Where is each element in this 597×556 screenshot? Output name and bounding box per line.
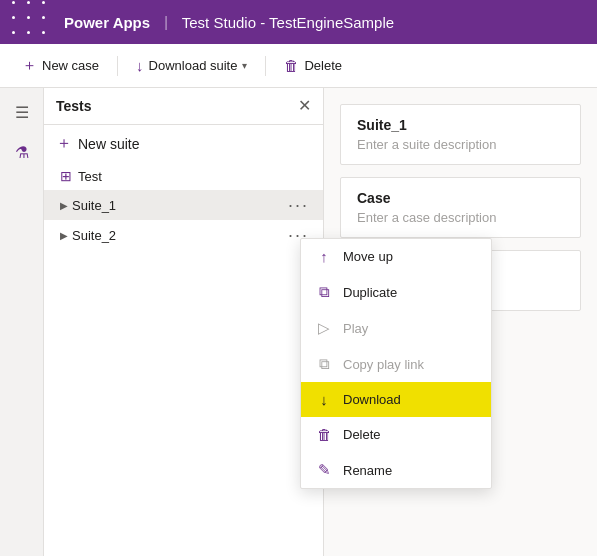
new-suite-button[interactable]: ＋ New suite bbox=[44, 125, 323, 162]
toolbar-separator-2 bbox=[265, 56, 266, 76]
test-icon: ⊞ bbox=[60, 168, 72, 184]
suite-2-item[interactable]: ▶ Suite_2 ··· bbox=[44, 220, 323, 250]
context-menu-copy-play-link-label: Copy play link bbox=[343, 357, 424, 372]
tests-panel-header: Tests ✕ bbox=[44, 88, 323, 125]
new-suite-label: New suite bbox=[78, 136, 139, 152]
tests-panel: Tests ✕ ＋ New suite ⊞ Test ▶ Suite_1 ···… bbox=[44, 88, 324, 556]
context-menu-duplicate[interactable]: ⧉ Duplicate bbox=[301, 274, 491, 310]
chevron-down-icon: ▾ bbox=[242, 60, 247, 71]
context-menu-rename[interactable]: ✎ Rename bbox=[301, 452, 491, 488]
context-menu-rename-label: Rename bbox=[343, 463, 392, 478]
download-icon: ↓ bbox=[136, 57, 144, 74]
download-suite-label: Download suite bbox=[149, 58, 238, 73]
toolbar-separator-1 bbox=[117, 56, 118, 76]
context-menu-play[interactable]: ▷ Play bbox=[301, 310, 491, 346]
studio-name: Test Studio - TestEngineSample bbox=[182, 14, 394, 31]
context-menu-delete-label: Delete bbox=[343, 427, 381, 442]
context-menu-play-label: Play bbox=[343, 321, 368, 336]
suite-1-item[interactable]: ▶ Suite_1 ··· bbox=[44, 190, 323, 220]
beaker-icon[interactable]: ⚗ bbox=[6, 136, 38, 168]
case-card: Case Enter a case description bbox=[340, 177, 581, 238]
context-menu-copy-play-link[interactable]: ⧉ Copy play link bbox=[301, 346, 491, 382]
case-card-description: Enter a case description bbox=[357, 210, 564, 225]
chevron-right-icon: ▶ bbox=[60, 200, 68, 211]
new-suite-plus-icon: ＋ bbox=[56, 133, 72, 154]
new-case-label: New case bbox=[42, 58, 99, 73]
context-menu: ↑ Move up ⧉ Duplicate ▷ Play ⧉ Copy play… bbox=[300, 238, 492, 489]
new-case-button[interactable]: ＋ New case bbox=[14, 51, 107, 80]
tests-panel-title: Tests bbox=[56, 98, 92, 114]
suite-1-label: Suite_1 bbox=[72, 198, 286, 213]
hamburger-icon[interactable]: ☰ bbox=[6, 96, 38, 128]
toolbar: ＋ New case ↓ Download suite ▾ 🗑 Delete bbox=[0, 44, 597, 88]
suite-card-description: Enter a suite description bbox=[357, 137, 564, 152]
delete-label: Delete bbox=[304, 58, 342, 73]
context-menu-delete[interactable]: 🗑 Delete bbox=[301, 417, 491, 452]
app-name: Power Apps bbox=[64, 14, 150, 31]
context-menu-move-up[interactable]: ↑ Move up bbox=[301, 239, 491, 274]
rename-icon: ✎ bbox=[315, 461, 333, 479]
trash-icon: 🗑 bbox=[284, 57, 299, 74]
download-menu-icon: ↓ bbox=[315, 391, 333, 408]
move-up-icon: ↑ bbox=[315, 248, 333, 265]
main-area: ☰ ⚗ Tests ✕ ＋ New suite ⊞ Test ▶ Suite_1… bbox=[0, 88, 597, 556]
top-bar: Power Apps | Test Studio - TestEngineSam… bbox=[0, 0, 597, 44]
icon-rail: ☰ ⚗ bbox=[0, 88, 44, 556]
suite-card: Suite_1 Enter a suite description bbox=[340, 104, 581, 165]
delete-button[interactable]: 🗑 Delete bbox=[276, 52, 350, 79]
context-menu-duplicate-label: Duplicate bbox=[343, 285, 397, 300]
topbar-separator: | bbox=[164, 14, 168, 30]
play-icon: ▷ bbox=[315, 319, 333, 337]
suite-1-more-button[interactable]: ··· bbox=[286, 196, 311, 214]
duplicate-icon: ⧉ bbox=[315, 283, 333, 301]
test-item-label: Test bbox=[78, 169, 311, 184]
context-menu-move-up-label: Move up bbox=[343, 249, 393, 264]
plus-icon: ＋ bbox=[22, 56, 37, 75]
copy-link-icon: ⧉ bbox=[315, 355, 333, 373]
case-card-title: Case bbox=[357, 190, 564, 206]
list-item[interactable]: ⊞ Test bbox=[44, 162, 323, 190]
suite-2-label: Suite_2 bbox=[72, 228, 286, 243]
download-suite-button[interactable]: ↓ Download suite ▾ bbox=[128, 52, 255, 79]
app-grid-icon[interactable] bbox=[12, 1, 54, 43]
chevron-right-icon-2: ▶ bbox=[60, 230, 68, 241]
suite-card-title: Suite_1 bbox=[357, 117, 564, 133]
context-menu-download-label: Download bbox=[343, 392, 401, 407]
context-menu-download[interactable]: ↓ Download bbox=[301, 382, 491, 417]
close-panel-button[interactable]: ✕ bbox=[298, 98, 311, 114]
delete-menu-icon: 🗑 bbox=[315, 426, 333, 443]
